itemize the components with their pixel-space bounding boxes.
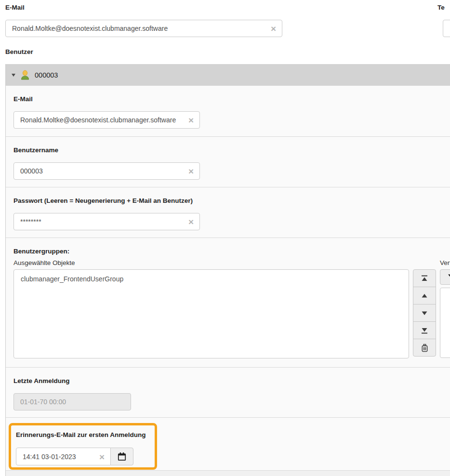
filter-icon xyxy=(448,274,450,280)
list-item[interactable]: clubmanager_FrontendUserGroup xyxy=(21,275,402,283)
move-to-top-button[interactable] xyxy=(413,269,436,287)
clear-icon[interactable]: × xyxy=(188,217,194,226)
delete-button[interactable] xyxy=(413,339,436,357)
available-objects-listbox[interactable] xyxy=(440,288,450,358)
last-login-input xyxy=(13,393,131,410)
password-input-wrap: × xyxy=(13,213,200,230)
user-panel-title: 000003 xyxy=(35,71,58,79)
last-login-input-wrap xyxy=(13,393,131,410)
clear-icon[interactable]: × xyxy=(99,452,105,461)
right-field-label: Te xyxy=(437,4,445,12)
filter-button[interactable] xyxy=(440,269,450,285)
clear-icon[interactable]: × xyxy=(188,116,194,125)
username-input[interactable] xyxy=(13,162,200,180)
user-panel: 000003 E-Mail × Benutzername × Passwort … xyxy=(5,64,450,476)
benutzer-section-label: Benutzer xyxy=(5,48,33,56)
highlight-box: Erinnerungs-E-Mail zur ersten Anmeldung … xyxy=(9,423,157,470)
email-input-wrap: × xyxy=(5,20,282,37)
collapse-caret-icon[interactable] xyxy=(12,74,15,77)
section-reminder-email: Erinnerungs-E-Mail zur ersten Anmeldung … xyxy=(6,417,450,470)
section-email: E-Mail × xyxy=(6,86,450,136)
clear-icon[interactable]: × xyxy=(188,167,194,176)
move-to-top-icon xyxy=(421,275,428,282)
move-up-icon xyxy=(421,292,428,300)
section-usergroups: Benutzergruppen: Ausgewählte Objekte clu… xyxy=(6,238,450,367)
selected-objects-listbox[interactable]: clubmanager_FrontendUserGroup xyxy=(13,269,409,358)
last-login-label: Letzte Anmeldung xyxy=(13,377,445,385)
move-down-button[interactable] xyxy=(413,304,436,322)
usergroups-label: Benutzergruppen: xyxy=(13,248,445,255)
move-up-button[interactable] xyxy=(413,287,436,304)
reminder-date-input[interactable] xyxy=(16,448,111,465)
username-label: Benutzername xyxy=(13,146,445,154)
username-input-wrap: × xyxy=(13,162,200,180)
section-last-login: Letzte Anmeldung xyxy=(6,367,450,417)
user-icon xyxy=(20,70,30,80)
move-to-bottom-icon xyxy=(421,327,428,334)
calendar-button[interactable] xyxy=(110,448,133,465)
user-email-input[interactable] xyxy=(13,111,200,129)
user-email-input-wrap: × xyxy=(13,111,200,129)
password-label: Passwort (Leeren = Neugenerierung + E-Ma… xyxy=(13,197,445,205)
usergroups-row: Ausgewählte Objekte clubmanager_Frontend… xyxy=(13,259,445,358)
clear-icon[interactable]: × xyxy=(271,24,276,33)
available-objects-column: Verf xyxy=(440,259,450,358)
reorder-button-column xyxy=(413,269,436,357)
selected-objects-label: Ausgewählte Objekte xyxy=(13,259,409,267)
user-panel-header[interactable]: 000003 xyxy=(6,64,450,86)
right-field-input[interactable] xyxy=(443,20,450,37)
section-password: Passwort (Leeren = Neugenerierung + E-Ma… xyxy=(6,187,450,238)
email-label: E-Mail xyxy=(5,4,25,12)
panel-bottom-strip xyxy=(6,470,450,476)
email-input[interactable] xyxy=(5,20,282,37)
reminder-date-group: × xyxy=(16,448,155,465)
right-field-input-wrap xyxy=(443,20,450,37)
reminder-date-input-wrap: × xyxy=(16,448,111,465)
password-input[interactable] xyxy=(13,213,200,230)
move-to-bottom-button[interactable] xyxy=(413,321,436,339)
reminder-email-label: Erinnerungs-E-Mail zur ersten Anmeldung xyxy=(16,431,155,439)
available-objects-label: Verf xyxy=(440,259,450,267)
move-down-icon xyxy=(421,309,428,317)
section-username: Benutzername × xyxy=(6,136,450,187)
calendar-icon xyxy=(117,452,127,462)
user-email-label: E-Mail xyxy=(13,95,445,103)
trash-icon xyxy=(421,344,429,352)
selected-objects-column: Ausgewählte Objekte clubmanager_Frontend… xyxy=(13,259,409,358)
